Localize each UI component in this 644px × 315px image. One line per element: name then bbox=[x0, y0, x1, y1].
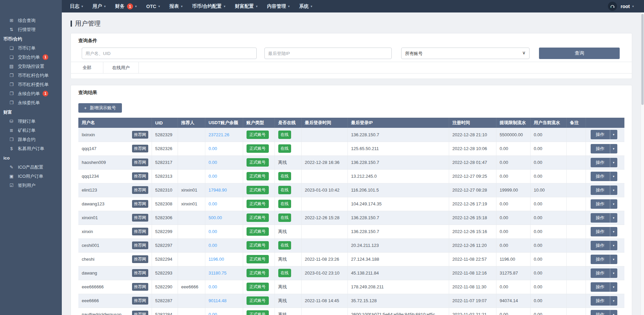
topnav-item-0[interactable]: 日志▾ bbox=[65, 0, 88, 12]
action-dropdown-toggle[interactable]: ▾ bbox=[610, 241, 617, 250]
search-button[interactable]: 查询 bbox=[539, 48, 620, 59]
action-dropdown-toggle[interactable]: ▾ bbox=[610, 199, 617, 209]
sidebar-item-14[interactable]: $私募用户订单 bbox=[0, 144, 62, 153]
action-dropdown-toggle[interactable]: ▾ bbox=[610, 227, 617, 236]
username-cell: ceshi001推荐网 bbox=[78, 238, 152, 252]
referrer-cell bbox=[178, 211, 205, 225]
sidebar-item-4[interactable]: ❏交割合约单1 bbox=[0, 53, 62, 62]
sidebar-item-8[interactable]: ❐永续合约单1 bbox=[0, 89, 62, 98]
action-button[interactable]: 操作 bbox=[591, 213, 610, 223]
current-user[interactable]: root bbox=[621, 4, 630, 9]
balance-link[interactable]: 0.00 bbox=[209, 312, 217, 315]
topnav-item-3[interactable]: OTC▾ bbox=[141, 0, 165, 12]
sidebar-item-6[interactable]: ❐币币杠杆合约单 bbox=[0, 71, 62, 80]
sidebar-item-3[interactable]: ❏币币订单 bbox=[0, 44, 62, 53]
action-button[interactable]: 操作 bbox=[591, 199, 610, 209]
referrer-cell bbox=[178, 169, 205, 183]
action-dropdown-toggle[interactable]: ▾ bbox=[610, 144, 617, 153]
action-dropdown-toggle[interactable]: ▾ bbox=[610, 268, 617, 278]
action-button[interactable]: 操作 bbox=[591, 172, 610, 181]
tab-all-users[interactable]: 全部 bbox=[71, 62, 103, 73]
action-dropdown-toggle[interactable]: ▾ bbox=[610, 185, 617, 195]
action-cell: 操作▾ bbox=[586, 225, 624, 238]
sidebar-item-12[interactable]: ≣矿机订单 bbox=[0, 126, 62, 135]
tab-online-users[interactable]: 在线用户 bbox=[103, 62, 139, 73]
sidebar-item-17[interactable]: ▣ICO用户订单 bbox=[0, 172, 62, 181]
sidebar-item-16[interactable]: ✎ICO产品配置 bbox=[0, 163, 62, 172]
add-demo-account-button[interactable]: + 新增演示账号 bbox=[78, 103, 122, 113]
username-text: haoshen009 bbox=[82, 160, 106, 165]
action-button[interactable]: 操作 bbox=[591, 282, 610, 292]
topnav-item-5[interactable]: 币币/合约配置▾ bbox=[187, 0, 230, 12]
page-scrollbar[interactable] bbox=[641, 12, 644, 315]
action-dropdown-toggle[interactable]: ▾ bbox=[610, 282, 617, 292]
balance-cell: 0.00 bbox=[205, 142, 243, 155]
balance-link[interactable]: 0.00 bbox=[209, 160, 217, 165]
topnav-item-4[interactable]: 报表▾ bbox=[165, 0, 187, 12]
add-demo-account-label: 新增演示账号 bbox=[90, 105, 116, 111]
balance-link[interactable]: 1196.00 bbox=[209, 257, 224, 262]
sidebar-item-18[interactable]: ☑签到用户 bbox=[0, 181, 62, 190]
uid-cell: 5282329 bbox=[152, 128, 178, 142]
recommend-badge: 推荐网 bbox=[132, 172, 148, 180]
last-login-time-cell bbox=[301, 128, 347, 142]
topnav-item-2[interactable]: 财务1▾ bbox=[110, 0, 141, 12]
action-dropdown-toggle[interactable]: ▾ bbox=[610, 255, 617, 264]
balance-link[interactable]: 17948.90 bbox=[209, 188, 227, 193]
action-button[interactable]: 操作 bbox=[591, 255, 610, 264]
remark-cell bbox=[566, 128, 586, 142]
current-flow-cell: 0.00 bbox=[530, 266, 566, 280]
user-row: elint123推荐网5282310xinxin0117948.90正式账号在线… bbox=[78, 183, 624, 197]
balance-link[interactable]: 0.00 bbox=[209, 284, 217, 289]
balance-link[interactable]: 0.00 bbox=[209, 243, 217, 248]
action-button[interactable]: 操作 bbox=[591, 144, 610, 153]
balance-link[interactable]: 0.00 bbox=[209, 201, 217, 206]
action-button[interactable]: 操作 bbox=[591, 268, 610, 278]
caret-down-icon: ▾ bbox=[224, 4, 226, 8]
sidebar-item-1[interactable]: ⇅行情管理 bbox=[0, 25, 62, 34]
action-button[interactable]: 操作 bbox=[591, 185, 610, 195]
account-type-select[interactable]: 所有账号 bbox=[401, 48, 530, 59]
balance-link[interactable]: 0.00 bbox=[209, 229, 217, 234]
balance-link[interactable]: 31180.75 bbox=[209, 270, 227, 276]
topnav-item-7[interactable]: 内容管理▾ bbox=[262, 0, 294, 12]
action-dropdown-toggle[interactable]: ▾ bbox=[610, 172, 617, 181]
balance-link[interactable]: 500.00 bbox=[209, 215, 222, 220]
balance-link[interactable]: 0.00 bbox=[209, 146, 217, 151]
scrollbar-thumb[interactable] bbox=[641, 14, 644, 105]
sidebar-item-9[interactable]: ❐永续委托单 bbox=[0, 98, 62, 107]
balance-link[interactable]: 90114.48 bbox=[209, 298, 227, 303]
topnav-item-6[interactable]: 财富配置▾ bbox=[230, 0, 262, 12]
balance-link[interactable]: 237221.26 bbox=[209, 132, 229, 137]
action-dropdown-toggle[interactable]: ▾ bbox=[610, 158, 617, 167]
username-uid-input[interactable] bbox=[82, 48, 257, 59]
action-dropdown-toggle[interactable]: ▾ bbox=[610, 296, 617, 306]
action-button[interactable]: 操作 bbox=[591, 241, 610, 250]
action-button[interactable]: 操作 bbox=[591, 158, 610, 167]
uid-cell: 5282293 bbox=[152, 266, 178, 280]
action-button[interactable]: 操作 bbox=[591, 130, 610, 139]
last-login-time-cell: 2023-01-03 10:42 bbox=[301, 183, 347, 197]
last-login-ip-input[interactable] bbox=[264, 48, 392, 59]
support-avatar[interactable] bbox=[608, 2, 617, 11]
online-status-badge: 在线 bbox=[278, 200, 291, 208]
last-login-ip-cell: 104.249.174.35 bbox=[347, 197, 449, 211]
action-button[interactable]: 操作 bbox=[591, 296, 610, 306]
sidebar-item-5[interactable]: ▤交割场控设置 bbox=[0, 62, 62, 71]
topnav-item-label: 财务 bbox=[115, 3, 125, 9]
register-time-cell: 2022-11-08 12:16 bbox=[449, 266, 496, 280]
sidebar-item-11[interactable]: ⛁理财订单 bbox=[0, 117, 62, 126]
remark-cell bbox=[566, 211, 586, 225]
leverage-entrust-icon: ❐ bbox=[8, 82, 15, 87]
action-dropdown-toggle[interactable]: ▾ bbox=[610, 130, 617, 139]
topnav-item-8[interactable]: 系统▾ bbox=[294, 0, 317, 12]
sidebar-item-13[interactable]: ❒跟单合约 bbox=[0, 135, 62, 144]
action-dropdown-toggle[interactable]: ▾ bbox=[610, 213, 617, 223]
topnav-item-1[interactable]: 用户▾ bbox=[88, 0, 110, 12]
action-dropdown-toggle[interactable]: ▾ bbox=[610, 310, 617, 315]
balance-link[interactable]: 0.00 bbox=[209, 174, 217, 179]
action-button[interactable]: 操作 bbox=[591, 227, 610, 236]
action-button[interactable]: 操作 bbox=[591, 310, 610, 315]
sidebar-item-7[interactable]: ❐币币杠杆委托单 bbox=[0, 80, 62, 89]
sidebar-item-0[interactable]: ⊞综合查询 bbox=[0, 16, 62, 25]
